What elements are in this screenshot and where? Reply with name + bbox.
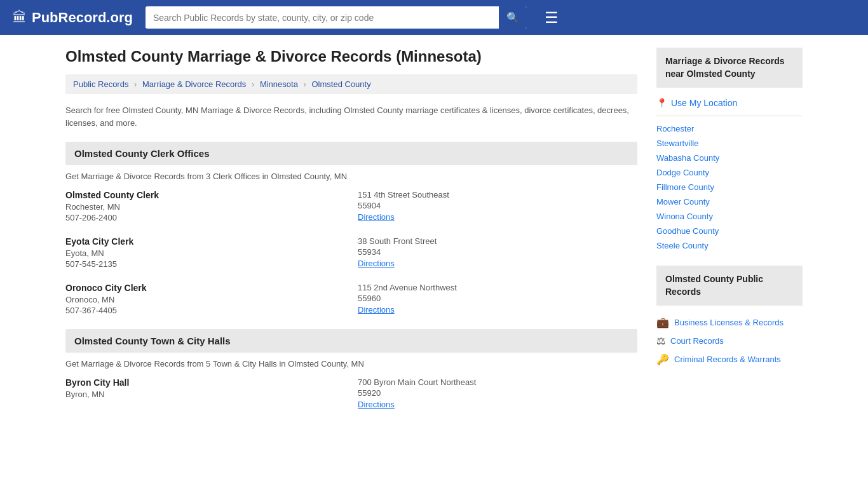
- office-name-4: Byron City Hall: [65, 377, 345, 388]
- office-phone-1: 507-206-2400: [65, 213, 345, 222]
- intro-text: Search for free Olmsted County, MN Marri…: [65, 104, 637, 129]
- office-zip-4: 55920: [358, 388, 637, 398]
- logo-text: PubRecord.org: [32, 10, 133, 26]
- office-name-1: Olmsted County Clerk: [65, 190, 345, 200]
- page-title: Olmsted County Marriage & Divorce Record…: [65, 48, 637, 65]
- sidebar-public-records-title: Olmsted County Public Records: [656, 266, 803, 306]
- scales-icon: ⚖: [656, 335, 665, 347]
- office-zip-3: 55960: [358, 294, 637, 303]
- clerk-offices-section-header: Olmsted County Clerk Offices: [65, 142, 637, 165]
- office-zip-2: 55934: [358, 247, 637, 257]
- use-my-location[interactable]: 📍 Use My Location: [656, 95, 803, 111]
- breadcrumb-marriage-divorce[interactable]: Marriage & Divorce Records: [142, 79, 246, 89]
- sidebar-link-wabasha[interactable]: Wabasha County: [656, 151, 803, 165]
- use-location-label: Use My Location: [671, 98, 737, 108]
- office-address-2: 38 South Front Street: [358, 236, 637, 246]
- search-button[interactable]: 🔍: [499, 6, 527, 29]
- office-name-2: Eyota City Clerk: [65, 236, 345, 247]
- sidebar-link-goodhue[interactable]: Goodhue County: [656, 224, 803, 238]
- logo-icon: 🏛: [13, 10, 27, 26]
- search-icon: 🔍: [506, 12, 519, 23]
- office-address-1: 151 4th Street Southeast: [358, 190, 637, 200]
- office-city-3: Oronoco, MN: [65, 295, 345, 304]
- office-phone-2: 507-545-2135: [65, 259, 345, 269]
- office-city-1: Rochester, MN: [65, 202, 345, 212]
- office-city-4: Byron, MN: [65, 390, 345, 399]
- briefcase-icon: 💼: [656, 316, 669, 329]
- sidebar-public-records: 💼 Business Licenses & Records ⚖ Court Re…: [656, 313, 803, 369]
- site-header: 🏛 PubRecord.org 🔍 ☰: [0, 0, 868, 35]
- sidebar-link-steele[interactable]: Steele County: [656, 238, 803, 253]
- main-content: Olmsted County Marriage & Divorce Record…: [65, 48, 637, 422]
- court-records-label: Court Records: [670, 336, 724, 346]
- breadcrumb: Public Records › Marriage & Divorce Reco…: [65, 74, 637, 94]
- sidebar-nearby-title: Marriage & Divorce Records near Olmsted …: [656, 48, 803, 88]
- directions-link-2[interactable]: Directions: [358, 259, 395, 268]
- office-entry-byron-hall: Byron City Hall Byron, MN 700 Byron Main…: [65, 377, 637, 409]
- office-address-3: 115 2nd Avenue Northwest: [358, 283, 637, 292]
- sidebar-link-rochester[interactable]: Rochester: [656, 121, 803, 136]
- office-address-4: 700 Byron Main Court Northeast: [358, 377, 637, 387]
- breadcrumb-olmsted-county[interactable]: Olmsted County: [311, 79, 370, 89]
- office-entry-oronoco-clerk: Oronoco City Clerk Oronoco, MN 507-367-4…: [65, 283, 637, 316]
- directions-link-4[interactable]: Directions: [358, 400, 395, 409]
- search-bar: 🔍: [146, 6, 527, 29]
- office-phone-3: 507-367-4405: [65, 306, 345, 315]
- sidebar-item-business-licenses[interactable]: 💼 Business Licenses & Records: [656, 313, 803, 332]
- sidebar-item-court-records[interactable]: ⚖ Court Records: [656, 332, 803, 350]
- sidebar-link-winona[interactable]: Winona County: [656, 209, 803, 224]
- breadcrumb-minnesota[interactable]: Minnesota: [260, 79, 298, 89]
- town-halls-subtitle: Get Marriage & Divorce Records from 5 To…: [65, 359, 637, 369]
- office-zip-1: 55904: [358, 201, 637, 210]
- sidebar-nearby-links: 📍 Use My Location Rochester Stewartville…: [656, 95, 803, 253]
- directions-link-1[interactable]: Directions: [358, 212, 395, 222]
- town-halls-section-header: Olmsted County Town & City Halls: [65, 329, 637, 353]
- menu-icon[interactable]: ☰: [545, 9, 559, 27]
- search-input[interactable]: [146, 8, 499, 28]
- sidebar-item-criminal-records[interactable]: 🔑 Criminal Records & Warrants: [656, 350, 803, 369]
- logo[interactable]: 🏛 PubRecord.org: [13, 10, 133, 26]
- location-icon: 📍: [656, 98, 667, 108]
- page-container: Olmsted County Marriage & Divorce Record…: [53, 35, 815, 435]
- key-icon: 🔑: [656, 353, 669, 365]
- sidebar-link-stewartville[interactable]: Stewartville: [656, 136, 803, 151]
- sidebar-link-fillmore[interactable]: Fillmore County: [656, 180, 803, 194]
- sidebar-divider-1: [656, 116, 803, 116]
- criminal-records-label: Criminal Records & Warrants: [674, 355, 781, 364]
- sidebar-link-dodge[interactable]: Dodge County: [656, 165, 803, 180]
- business-licenses-label: Business Licenses & Records: [674, 318, 783, 327]
- office-name-3: Oronoco City Clerk: [65, 283, 345, 293]
- sidebar-link-mower[interactable]: Mower County: [656, 194, 803, 209]
- office-city-2: Eyota, MN: [65, 248, 345, 258]
- clerk-offices-subtitle: Get Marriage & Divorce Records from 3 Cl…: [65, 172, 637, 181]
- breadcrumb-public-records[interactable]: Public Records: [73, 79, 128, 89]
- sidebar: Marriage & Divorce Records near Olmsted …: [656, 48, 803, 422]
- directions-link-3[interactable]: Directions: [358, 305, 395, 315]
- office-entry-eyota-clerk: Eyota City Clerk Eyota, MN 507-545-2135 …: [65, 236, 637, 270]
- office-entry-olmsted-clerk: Olmsted County Clerk Rochester, MN 507-2…: [65, 190, 637, 224]
